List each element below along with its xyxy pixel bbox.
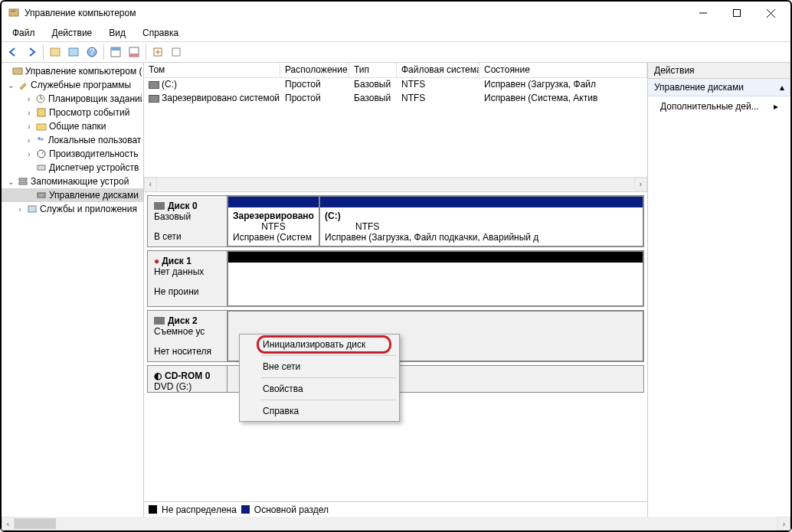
chevron-right-icon: ▸ [774,101,778,112]
svg-rect-15 [172,48,180,56]
actions-more[interactable]: Дополнительные дей...▸ [648,96,790,116]
disk-info: ◐CD-ROM 0 DVD (G:) [148,366,227,392]
error-icon: ● [154,256,159,266]
volume-row[interactable]: Зарезервировано системой Простой Базовый… [144,92,647,106]
menu-file[interactable]: Файл [6,26,41,40]
col-type[interactable]: Тип [349,63,397,77]
tree-event-viewer[interactable]: ›Просмотр событий [2,106,143,119]
window-title: Управление компьютером [25,8,686,18]
forward-button[interactable] [23,44,40,60]
menu-view[interactable]: Вид [103,26,132,40]
disk-info: ●Диск 1 Нет данных Не проини [148,251,227,306]
svg-rect-1 [11,11,15,11]
partition-c[interactable]: (C:)NTFSИсправен (Загрузка, Файл подкачк… [319,196,643,246]
svg-text:?: ? [90,47,95,57]
tree-storage[interactable]: ⌄Запоминающие устрой [2,175,143,188]
maximize-button[interactable] [720,2,754,24]
context-menu: Инициализировать диск Вне сети Свойства … [239,334,400,422]
svg-rect-16 [13,68,22,74]
tree-services[interactable]: ›Службы и приложения [2,202,143,216]
svg-rect-26 [38,193,45,197]
action-button[interactable] [149,44,166,60]
menu-action[interactable]: Действие [46,26,99,40]
services-icon [26,203,38,215]
center-pane: Том Расположение Тип Файловая система Со… [144,63,648,517]
disk-row-1[interactable]: ●Диск 1 Нет данных Не проини [147,250,644,307]
content-area: Управление компьютером (л ⌄Служебные про… [2,63,790,517]
clock-icon [35,93,47,105]
svg-rect-13 [129,54,139,57]
ctx-properties[interactable]: Свойства [241,380,398,397]
app-icon [8,7,20,19]
tree-task-scheduler[interactable]: ›Планировщик заданий [2,92,143,106]
app-window: Управление компьютером Файл Действие Вид… [0,0,792,532]
tree-root[interactable]: Управление компьютером (л [2,64,143,78]
disk-icon [35,189,47,201]
menu-help[interactable]: Справка [136,26,185,40]
volume-icon [149,95,159,103]
list-header: Том Расположение Тип Файловая система Со… [144,63,647,78]
tree-shared-folders[interactable]: ›Общие папки [2,119,143,133]
disk-info: Диск 2 Съемное ус Нет носителя [148,311,227,361]
svg-rect-25 [19,182,27,184]
tree-device-manager[interactable]: Диспетчер устройств [2,161,143,175]
legend-primary: Основной раздел [254,504,329,515]
help-button[interactable]: ? [83,44,100,60]
svg-rect-6 [51,48,60,56]
refresh-button[interactable] [168,44,185,60]
device-icon [35,162,47,174]
svg-rect-27 [28,206,36,212]
disk-info: Диск 0 Базовый В сети [148,196,227,246]
ctx-initialize-disk[interactable]: Инициализировать диск [241,336,398,353]
volume-list[interactable]: Том Расположение Тип Файловая система Со… [144,63,647,191]
menubar: Файл Действие Вид Справка [2,24,790,41]
tree-disk-management[interactable]: Управление дисками [2,188,143,202]
minimize-button[interactable] [686,2,720,24]
svg-point-20 [38,137,41,140]
tree-performance[interactable]: ›Производительность [2,147,143,161]
actions-header: Действия [648,63,790,79]
list-hscroll[interactable]: ‹› [144,177,647,191]
col-volume[interactable]: Том [144,63,280,77]
col-status[interactable]: Состояние [479,63,647,77]
col-fs[interactable]: Файловая система [397,63,479,77]
svg-rect-24 [19,178,27,181]
svg-rect-7 [69,48,78,56]
perf-icon [35,148,47,160]
users-icon [34,134,46,146]
tree-system-tools[interactable]: ⌄Служебные программы [2,78,143,92]
computer-icon [11,65,23,77]
close-button[interactable] [754,2,787,24]
volume-row[interactable]: (C:) Простой Базовый NTFS Исправен (Загр… [144,78,647,92]
volume-icon [149,81,159,89]
show-hide-tree-button[interactable] [47,44,64,60]
event-icon [35,106,47,119]
back-button[interactable] [5,44,21,60]
partition-system-reserved[interactable]: ЗарезервированоNTFSИсправен (Систем [227,196,319,246]
legend-swatch-unallocated [149,505,157,514]
disk-icon [154,317,165,325]
tools-icon [17,79,29,91]
tree-local-users[interactable]: ›Локальные пользовате [2,133,143,147]
view-bottom-button[interactable] [126,44,142,60]
svg-rect-18 [38,109,45,116]
legend-unallocated: Не распределена [162,504,237,515]
svg-point-21 [41,138,44,141]
cdrom-icon: ◐ [154,370,162,381]
col-layout[interactable]: Расположение [280,63,349,77]
partition-unallocated[interactable] [227,251,643,306]
svg-rect-3 [734,10,741,17]
disk-row-0[interactable]: Диск 0 Базовый В сети ЗарезервированоNTF… [147,195,644,247]
toolbar: ? [2,41,790,63]
folder-share-icon [35,120,47,132]
bottom-scrollbar[interactable]: ‹› [2,517,790,530]
titlebar: Управление компьютером [2,2,790,24]
ctx-help[interactable]: Справка [241,403,398,419]
actions-diskmgmt[interactable]: Управление дисками▴ [648,79,790,96]
properties-button[interactable] [65,44,82,60]
nav-tree[interactable]: Управление компьютером (л ⌄Служебные про… [2,63,144,517]
ctx-offline[interactable]: Вне сети [241,358,398,375]
view-top-button[interactable] [107,44,124,60]
svg-rect-11 [111,47,120,51]
svg-rect-0 [9,9,18,16]
